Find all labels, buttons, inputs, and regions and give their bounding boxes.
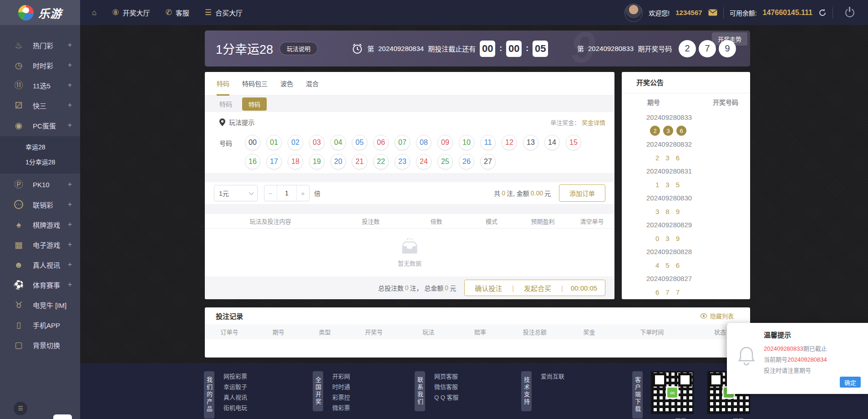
refresh-icon[interactable] — [818, 9, 827, 17]
number-ball-24[interactable]: 24 — [416, 154, 431, 169]
minus-button[interactable]: − — [264, 185, 277, 201]
number-ball-21[interactable]: 21 — [352, 154, 367, 169]
footer-link[interactable]: Q Q 客服 — [434, 392, 458, 403]
sidebar: ♨热门彩+◷时时彩+⑪11选5+⚂快三+◉PC蛋蛋+幸运281分幸运28ⓅPK1… — [0, 25, 80, 419]
number-ball-06[interactable]: 06 — [373, 135, 389, 150]
sidebar-item-pcdd[interactable]: ◉PC蛋蛋+ — [0, 115, 80, 135]
multiplier-value[interactable]: 1 — [277, 185, 297, 201]
sidebar-item-pk10[interactable]: ⓅPK10+ — [0, 174, 80, 194]
sub-play-selected[interactable]: 特码 — [242, 97, 267, 111]
announce-number: 7 — [676, 288, 680, 296]
footer-link[interactable]: 街机电玩 — [223, 403, 247, 413]
sidebar-item-esports[interactable]: ♉电竞牛 [IM] — [0, 295, 80, 315]
tab-特码包三[interactable]: 特码包三 — [242, 72, 268, 96]
number-ball-02[interactable]: 02 — [288, 135, 303, 150]
tab-特码[interactable]: 特码 — [217, 72, 229, 96]
hide-list-link[interactable]: 隐藏列表 — [700, 312, 734, 320]
footer-link[interactable]: 网页客服 — [434, 371, 458, 382]
number-ball-25[interactable]: 25 — [437, 154, 453, 169]
sidebar-subitem[interactable]: 幸运28 — [0, 140, 80, 155]
footer-link[interactable]: 真人视讯 — [223, 392, 247, 403]
sidebar-item-app[interactable]: ▯手机APP — [0, 315, 80, 335]
footer-link[interactable]: 微彩票 — [332, 403, 350, 413]
number-ball-04[interactable]: 04 — [330, 135, 346, 150]
toast-confirm-button[interactable]: 确定 — [840, 377, 861, 388]
nav-group-buy-hall[interactable]: ☰合买大厅 — [205, 8, 243, 17]
footer-link[interactable]: 网投彩票 — [223, 371, 247, 382]
sidebar-menu-fab[interactable]: ☰ — [14, 402, 27, 415]
number-ball-17[interactable]: 17 — [266, 154, 282, 169]
tab-波色[interactable]: 波色 — [280, 72, 293, 96]
avatar[interactable] — [624, 4, 643, 22]
footer-link[interactable]: 彩票控 — [332, 392, 350, 403]
number-ball-07[interactable]: 07 — [395, 135, 410, 150]
rules-badge[interactable]: 玩法说明 — [279, 42, 318, 55]
bull-icon: ♉ — [11, 301, 26, 309]
logo[interactable]: 乐游 — [0, 0, 80, 25]
logout-power-icon[interactable] — [845, 8, 854, 17]
number-ball-11[interactable]: 11 — [480, 135, 496, 150]
plus-button[interactable]: + — [297, 185, 309, 201]
number-ball-08[interactable]: 08 — [416, 135, 431, 150]
footer-link[interactable]: 微信客服 — [434, 382, 458, 392]
nav-service[interactable]: ✆客服 — [166, 8, 189, 17]
number-ball-03[interactable]: 03 — [309, 135, 325, 150]
number-ball-12[interactable]: 12 — [502, 135, 517, 150]
sidebar-item-zhenren[interactable]: ☻真人视讯+ — [0, 255, 80, 275]
footer-link[interactable]: 时时通 — [332, 382, 350, 392]
footer-link[interactable]: 幸运骰子 — [223, 382, 247, 392]
mail-icon[interactable] — [708, 9, 717, 16]
number-ball-09[interactable]: 09 — [437, 135, 453, 150]
nav-lottery-hall[interactable]: ⑧开奖大厅 — [112, 8, 150, 17]
sidebar-item-label: PK10 — [33, 181, 68, 189]
number-ball-20[interactable]: 20 — [330, 154, 346, 169]
sidebar-item-label: 时时彩 — [33, 61, 68, 70]
number-ball-13[interactable]: 13 — [523, 135, 538, 150]
sidebar-item-label: 棋牌游戏 — [33, 220, 68, 230]
number-ball-05[interactable]: 05 — [352, 135, 367, 150]
add-order-button[interactable]: 添加订单 — [559, 184, 605, 202]
records-col-header: 赔率 — [456, 327, 505, 336]
sidebar-subitem[interactable]: 1分幸运28 — [0, 155, 80, 170]
footer-link[interactable]: 爱尚互联 — [541, 371, 564, 382]
number-ball-10[interactable]: 10 — [459, 135, 474, 150]
number-ball-26[interactable]: 26 — [459, 154, 474, 169]
number-ball-23[interactable]: 23 — [395, 154, 410, 169]
tab-混合[interactable]: 混合 — [306, 72, 319, 96]
sidebar-item-hot[interactable]: ♨热门彩+ — [0, 35, 80, 55]
announce-issue: 202409280827 — [622, 272, 750, 285]
numbers-label: 号码 — [219, 135, 245, 169]
number-ball-01[interactable]: 01 — [266, 135, 282, 150]
nav-home[interactable]: ⌂ — [92, 9, 96, 16]
confirm-bet-button[interactable]: 确认投注 — [465, 283, 512, 293]
sidebar-item-dianzi[interactable]: ▦电子游戏+ — [0, 235, 80, 255]
sidebar-item-ssc[interactable]: ◷时时彩+ — [0, 55, 80, 75]
sidebar-item-sports[interactable]: ⚽体育赛事+ — [0, 275, 80, 295]
chat-widget-stub[interactable] — [53, 414, 72, 419]
unit-select[interactable]: 1元 — [214, 185, 258, 201]
number-ball-00[interactable]: 00 — [245, 135, 260, 150]
countdown-suffix: 期投注截止还有 — [428, 44, 476, 53]
number-ball-14[interactable]: 14 — [544, 135, 560, 150]
chevron-down-icon — [249, 190, 254, 195]
sidebar-item-x115[interactable]: ⑪11选5+ — [0, 75, 80, 95]
footer-link[interactable]: 开彩网 — [332, 371, 350, 382]
game-header: 9 1分幸运28 玩法说明 第 202409280834 期投注截止还有 00 … — [205, 31, 750, 66]
trend-button[interactable]: 开奖走势 — [712, 32, 747, 46]
number-ball-27[interactable]: 27 — [480, 154, 496, 169]
number-ball-15[interactable]: 15 — [566, 135, 581, 150]
number-ball-19[interactable]: 19 — [309, 154, 325, 169]
number-ball-18[interactable]: 18 — [288, 154, 303, 169]
announce-issue: 202409280832 — [622, 138, 750, 151]
number-ball-16[interactable]: 16 — [245, 154, 260, 169]
topbar: 乐游 ⌂⑧开奖大厅✆客服☰合买大厅 欢迎您! 1234567 可用余额: 147… — [0, 0, 868, 25]
sidebar-item-background[interactable]: ▢背景切换 — [0, 335, 80, 355]
topbar-user-area: 欢迎您! 1234567 可用余额: 147660145.111 — [624, 4, 868, 22]
start-groupbuy-button[interactable]: 发起合买 — [514, 283, 561, 293]
sidebar-item-qipai[interactable]: ♠棋牌游戏+ — [0, 215, 80, 235]
sidebar-item-k3[interactable]: ⚂快三+ — [0, 95, 80, 115]
col-numbers: 开奖号码 — [713, 97, 750, 107]
prize-detail-link[interactable]: 奖金详情 — [582, 119, 605, 126]
number-ball-22[interactable]: 22 — [373, 154, 389, 169]
sidebar-item-lianxiao[interactable]: ⋯联销彩+ — [0, 194, 80, 215]
